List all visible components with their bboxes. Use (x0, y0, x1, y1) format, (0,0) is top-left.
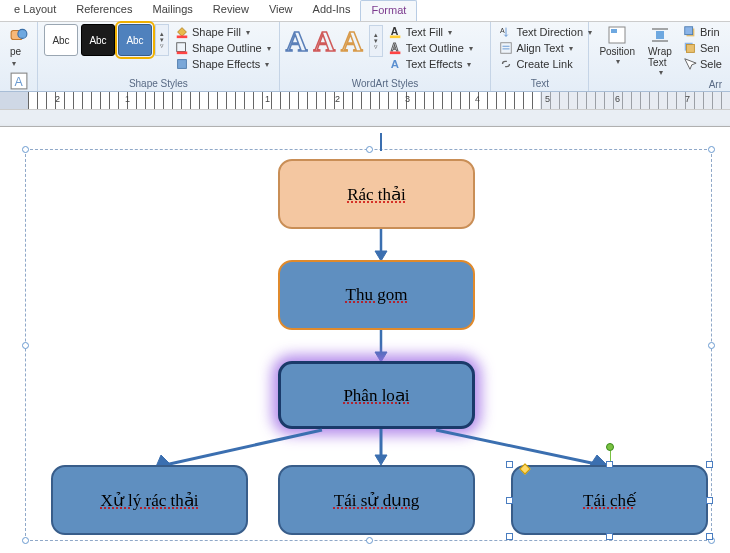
text-fill-icon: A (389, 25, 403, 39)
group-label-text: Text (497, 78, 582, 91)
create-link-button[interactable]: Create Link (497, 56, 594, 72)
shape-label: Tái sử dụng (334, 490, 419, 511)
shape-tai-che[interactable]: Tái chế (511, 465, 708, 535)
svg-rect-23 (685, 27, 693, 35)
group-wordart-styles: A A A ▴▾▿ A Text Fill▾ A Text Outline▾ A… (280, 22, 492, 91)
tab-review[interactable]: Review (203, 0, 259, 21)
align-text-button[interactable]: Align Text▾ (497, 40, 594, 56)
link-icon (499, 57, 513, 71)
tab-addins[interactable]: Add-Ins (303, 0, 361, 21)
resize-handle[interactable] (706, 497, 713, 504)
svg-rect-18 (611, 29, 617, 33)
position-button[interactable]: Position▾ (595, 24, 639, 68)
chevron-down-icon: ▾ (467, 60, 471, 69)
svg-rect-4 (177, 36, 188, 39)
resize-handle[interactable] (606, 461, 613, 468)
style-gallery-more[interactable]: ▴▾▿ (155, 24, 169, 56)
style-swatch-2[interactable]: Abc (81, 24, 115, 56)
svg-text:A: A (390, 58, 398, 70)
tab-references[interactable]: References (66, 0, 142, 21)
wordart-gallery-more[interactable]: ▴▾▿ (369, 25, 383, 57)
horizontal-ruler[interactable]: 2 1 1 2 3 4 5 6 7 (0, 92, 730, 110)
group-clip-left: pe ▾ A xt Box (0, 22, 38, 91)
page: Rác thải Thu gom Phân loại Xử lý rác thả… (0, 126, 730, 553)
shape-tai-su-dung[interactable]: Tái sử dụng (278, 465, 475, 535)
shape-label: Xử lý rác thải (101, 490, 199, 511)
chevron-down-icon: ▾ (659, 68, 663, 77)
wordart-a-3[interactable]: A (341, 24, 363, 58)
bucket-icon (175, 25, 189, 39)
text-outline-icon: A (389, 41, 403, 55)
ribbon: pe ▾ A xt Box Abc Abc Abc ▴▾▿ Shape Fill… (0, 22, 730, 92)
svg-marker-34 (375, 455, 387, 465)
svg-text:A: A (500, 27, 505, 34)
shape-type-button[interactable]: pe ▾ (6, 24, 32, 70)
resize-handle[interactable] (506, 533, 513, 540)
tab-view[interactable]: View (259, 0, 303, 21)
group-arrange: Position▾ Wrap Text▾ Brin Sen Sele (589, 22, 730, 91)
tab-format[interactable]: Format (360, 0, 417, 21)
shape-rac-thai[interactable]: Rác thải (278, 159, 475, 229)
group-shape-styles: Abc Abc Abc ▴▾▿ Shape Fill▾ Shape Outlin… (38, 22, 280, 91)
svg-rect-11 (390, 52, 401, 55)
shape-effects-button[interactable]: Shape Effects▾ (173, 56, 273, 72)
selection-pane-button[interactable]: Sele (681, 56, 724, 72)
wordart-a-1[interactable]: A (286, 24, 308, 58)
svg-text:A: A (390, 41, 398, 53)
shape-outline-button[interactable]: Shape Outline▾ (173, 40, 273, 56)
chevron-down-icon: ▾ (12, 59, 16, 68)
rotate-handle[interactable] (606, 443, 614, 451)
shape-xu-ly[interactable]: Xử lý rác thải (51, 465, 248, 535)
svg-text:A: A (390, 25, 398, 37)
shape-label: Tái chế (583, 490, 636, 511)
effects-icon (175, 57, 189, 71)
shape-style-gallery[interactable]: Abc Abc Abc ▴▾▿ (44, 24, 169, 56)
tab-layout[interactable]: e Layout (4, 0, 66, 21)
send-backward-button[interactable]: Sen (681, 40, 724, 56)
group-label-wordart: WordArt Styles (286, 78, 485, 91)
align-text-icon (499, 41, 513, 55)
shape-thu-gom[interactable]: Thu gom (278, 260, 475, 330)
svg-line-31 (165, 430, 322, 465)
position-icon (608, 26, 626, 44)
document-canvas[interactable]: Rác thải Thu gom Phân loại Xử lý rác thả… (0, 110, 730, 553)
selection-pane-icon (683, 57, 697, 71)
resize-handle[interactable] (706, 461, 713, 468)
text-outline-button[interactable]: A Text Outline▾ (387, 40, 475, 56)
shape-label: Rác thải (347, 184, 406, 205)
shape-phan-loai[interactable]: Phân loại (278, 361, 475, 429)
resize-handle[interactable] (706, 533, 713, 540)
svg-rect-6 (177, 52, 188, 55)
resize-handle[interactable] (506, 461, 513, 468)
chevron-down-icon: ▾ (246, 28, 250, 37)
shape-selection-tai-che[interactable]: Tái chế (507, 461, 712, 539)
connector-top (376, 133, 386, 153)
chevron-down-icon: ▾ (267, 44, 271, 53)
text-direction-button[interactable]: A Text Direction▾ (497, 24, 594, 40)
wordart-a-2[interactable]: A (313, 24, 335, 58)
wordart-gallery[interactable]: A A A ▴▾▿ (286, 24, 383, 58)
svg-line-35 (436, 430, 601, 465)
wrap-icon (651, 26, 669, 44)
text-direction-icon: A (499, 25, 513, 39)
chevron-down-icon: ▾ (616, 57, 620, 66)
bring-forward-button[interactable]: Brin (681, 24, 724, 40)
pencil-icon (175, 41, 189, 55)
style-swatch-1[interactable]: Abc (44, 24, 78, 56)
tab-mailings[interactable]: Mailings (142, 0, 202, 21)
style-swatch-3[interactable]: Abc (118, 24, 152, 56)
group-label-shape-styles: Shape Styles (44, 78, 273, 91)
svg-rect-9 (390, 36, 401, 39)
svg-rect-5 (177, 43, 186, 52)
group-label-arrange: Arr (595, 79, 724, 92)
arrow-2-3 (371, 330, 391, 364)
wrap-text-button[interactable]: Wrap Text▾ (643, 24, 677, 79)
text-fill-button[interactable]: A Text Fill▾ (387, 24, 475, 40)
shape-fill-button[interactable]: Shape Fill▾ (173, 24, 273, 40)
svg-rect-19 (656, 31, 664, 39)
send-backward-icon (683, 41, 697, 55)
text-effects-button[interactable]: A Text Effects▾ (387, 56, 475, 72)
arrow-3-5 (371, 429, 391, 467)
resize-handle[interactable] (506, 497, 513, 504)
resize-handle[interactable] (606, 533, 613, 540)
